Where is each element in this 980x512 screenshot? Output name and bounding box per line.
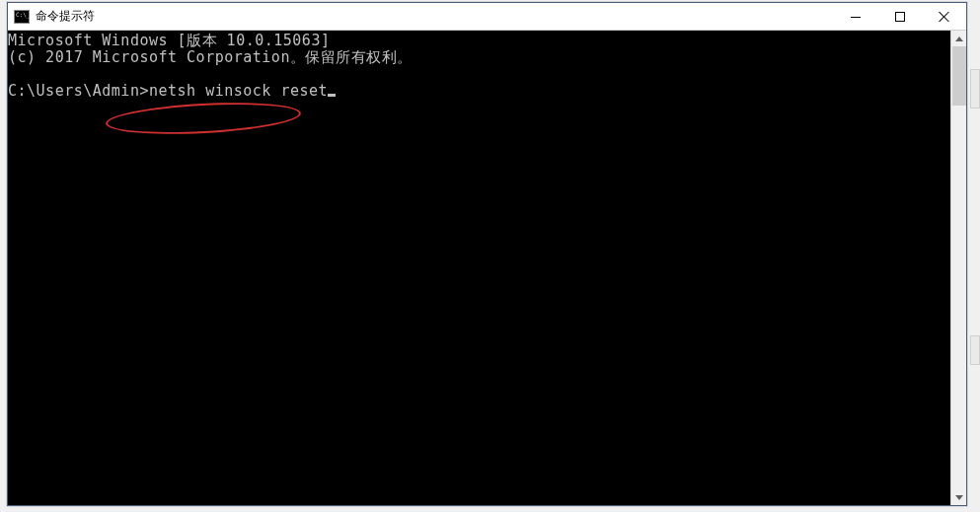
minimize-button[interactable] [833,3,877,31]
terminal-command: netsh winsock reset [149,82,328,100]
command-prompt-window: 命令提示符 Microsoft Windows [版本 10.0.15063] … [7,2,967,506]
scroll-down-button[interactable] [951,489,967,505]
terminal-area: Microsoft Windows [版本 10.0.15063] (c) 20… [8,31,966,505]
terminal-content[interactable]: Microsoft Windows [版本 10.0.15063] (c) 20… [8,31,950,505]
maximize-icon [895,12,905,22]
chevron-up-icon [955,37,963,41]
window-title: 命令提示符 [36,8,833,25]
scroll-up-button[interactable] [951,31,967,46]
background-fragment [970,69,980,109]
terminal-prompt-line: C:\Users\Admin>netsh winsock reset [8,82,336,100]
cmd-icon [14,10,30,24]
terminal-cursor [328,94,336,97]
window-controls [833,3,966,30]
terminal-output-line: Microsoft Windows [版本 10.0.15063] [8,32,330,49]
terminal-output-line: (c) 2017 Microsoft Corporation。保留所有权利。 [8,48,413,66]
close-icon [939,11,950,23]
vertical-scrollbar[interactable] [950,31,966,505]
background-fragment [970,335,980,365]
close-button[interactable] [922,3,966,31]
scroll-thumb[interactable] [952,46,966,106]
terminal-prompt: C:\Users\Admin> [8,82,149,100]
titlebar[interactable]: 命令提示符 [8,3,966,31]
minimize-icon [851,17,861,18]
maximize-button[interactable] [877,3,922,31]
chevron-down-icon [955,495,963,500]
annotation-circle [105,99,301,138]
